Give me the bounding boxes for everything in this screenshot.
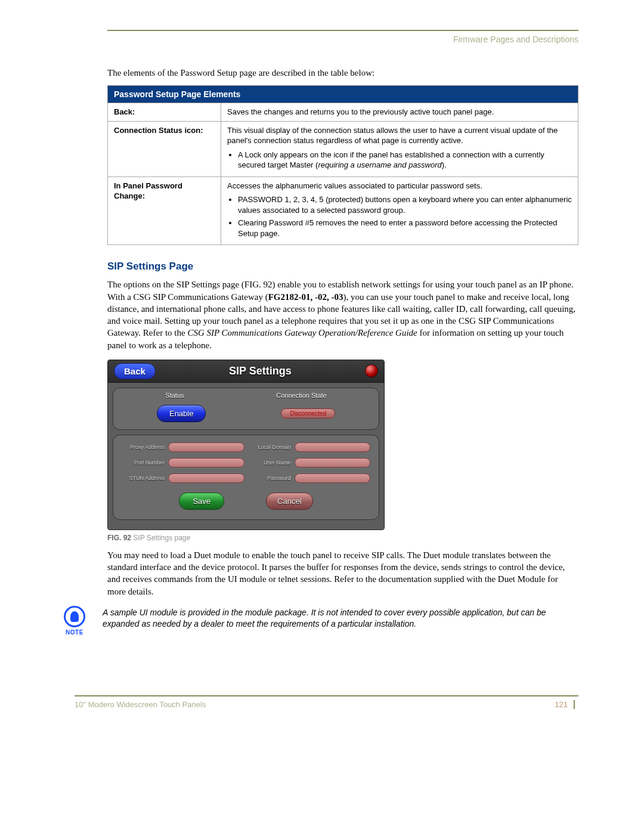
panel-title: SIP Settings xyxy=(229,365,292,377)
page-number: 121 xyxy=(555,700,575,709)
user-name-label: User Name xyxy=(248,460,291,466)
stun-address-field[interactable] xyxy=(168,473,244,483)
sip-intro-paragraph: The options on the SIP Settings page (FI… xyxy=(107,278,578,351)
enable-button[interactable]: Enable xyxy=(157,405,206,422)
table-row: Connection Status icon:This visual displ… xyxy=(108,121,578,176)
footer-product: 10" Modero Widescreen Touch Panels xyxy=(75,700,206,709)
note-text: A sample UI module is provided in the mo… xyxy=(103,606,578,630)
duet-paragraph: You may need to load a Duet module to en… xyxy=(107,549,578,597)
intro-text: The elements of the Password Setup page … xyxy=(107,68,578,78)
sip-settings-screenshot: Back SIP Settings Status Connection Stat… xyxy=(107,360,385,530)
row-desc: Accesses the alphanumeric values associa… xyxy=(221,176,578,245)
row-desc: This visual display of the connection st… xyxy=(221,121,578,176)
table-row: In Panel Password Change:Accesses the al… xyxy=(108,176,578,245)
connection-state-pill: Disconnected xyxy=(281,408,335,419)
table-row: Back:Saves the changes and returns you t… xyxy=(108,103,578,122)
password-label: Password xyxy=(248,475,291,481)
sip-settings-heading: SIP Settings Page xyxy=(107,261,578,272)
connection-state-header: Connection State xyxy=(276,392,326,399)
figure-caption: FIG. 92 SIP Settings page xyxy=(107,534,578,542)
status-led-icon xyxy=(365,364,378,377)
note-icon: NOTE xyxy=(60,606,89,636)
password-field[interactable] xyxy=(295,473,371,483)
status-header: Status xyxy=(165,392,184,399)
local-domain-label: Local Domain xyxy=(248,444,291,450)
stun-address-label: STUN Address xyxy=(122,475,165,481)
password-setup-table: Password Setup Page Elements Back:Saves … xyxy=(107,85,578,245)
table-title: Password Setup Page Elements xyxy=(108,86,578,103)
back-button[interactable]: Back xyxy=(114,363,156,379)
lightbulb-icon xyxy=(64,606,85,627)
port-number-field[interactable] xyxy=(168,458,244,467)
row-label: Connection Status icon: xyxy=(108,121,221,176)
row-label: In Panel Password Change: xyxy=(108,176,221,245)
header-section: Firmware Pages and Descriptions xyxy=(107,35,578,44)
proxy-address-field[interactable] xyxy=(168,442,244,452)
local-domain-field[interactable] xyxy=(295,442,371,452)
proxy-address-label: Proxy Address xyxy=(122,444,165,450)
row-label: Back: xyxy=(108,103,221,122)
row-desc: Saves the changes and returns you to the… xyxy=(221,103,578,122)
cancel-button[interactable]: Cancel xyxy=(266,493,312,510)
user-name-field[interactable] xyxy=(295,458,371,467)
save-button[interactable]: Save xyxy=(179,493,224,510)
port-number-label: Port Number xyxy=(122,460,165,466)
